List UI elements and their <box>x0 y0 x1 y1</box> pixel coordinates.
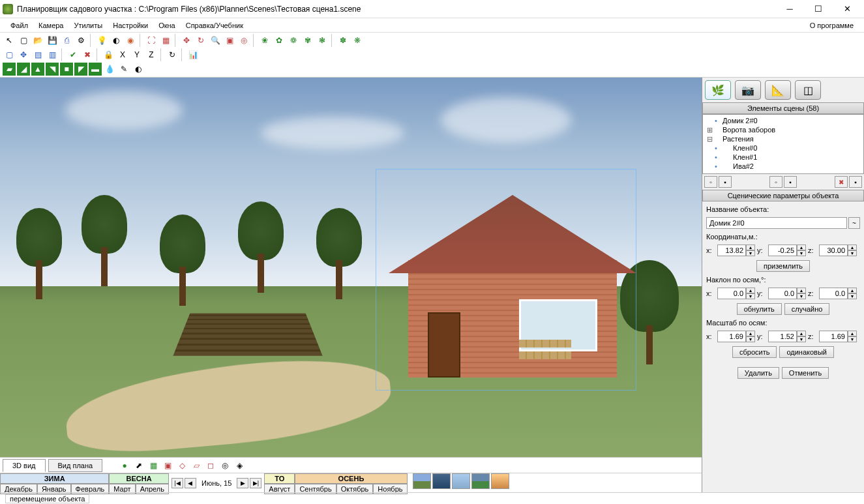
tree-btn-1[interactable]: ▫ <box>704 176 717 188</box>
water-icon[interactable]: 💧 <box>103 63 116 76</box>
tree-btn-2[interactable]: ▪ <box>719 176 732 188</box>
vt-shape2-icon[interactable]: ▱ <box>190 459 203 472</box>
coord-x-up[interactable]: ▲ <box>746 245 755 250</box>
scale-y-input[interactable] <box>768 331 797 342</box>
plant5-icon[interactable]: ❃ <box>316 34 329 47</box>
vt-axes-icon[interactable]: ⬈ <box>132 459 145 472</box>
sky-thumb-2[interactable] <box>432 473 451 489</box>
terrain7-icon[interactable]: ▬ <box>89 63 102 76</box>
menu-settings[interactable]: Настройки <box>108 20 153 31</box>
zoom-extents-icon[interactable]: ⛶ <box>145 34 158 47</box>
target-icon[interactable]: ◎ <box>237 34 250 47</box>
new-icon[interactable]: ▢ <box>17 34 30 47</box>
vt-sphere-icon[interactable]: ● <box>118 459 131 472</box>
tilt-y-input[interactable] <box>768 288 797 299</box>
plant4-icon[interactable]: ✾ <box>301 34 314 47</box>
tilt-y-down[interactable]: ▼ <box>797 293 806 299</box>
axis-z-icon[interactable]: Z <box>145 48 158 61</box>
adjust-icon[interactable]: ◉ <box>124 34 137 47</box>
vt-target-icon[interactable]: ◎ <box>218 459 231 472</box>
coord-z-up[interactable]: ▲ <box>848 245 857 250</box>
season-spring[interactable]: ВЕСНА <box>109 473 169 484</box>
chart-icon[interactable]: 📊 <box>186 48 200 61</box>
axis-x-icon[interactable]: X <box>116 48 129 61</box>
coord-y-input[interactable] <box>768 245 797 256</box>
menu-file[interactable]: Файл <box>5 20 33 31</box>
lightbulb-icon[interactable]: 💡 <box>95 34 108 47</box>
tree-item-house[interactable]: Домик 2#0 <box>704 116 862 125</box>
panel-scene-icon[interactable]: 🌿 <box>705 80 731 100</box>
terrain6-icon[interactable]: ◤ <box>74 63 87 76</box>
date-prev-button[interactable]: ◀ <box>185 478 196 488</box>
zero-button[interactable]: обнулить <box>737 303 782 315</box>
coord-y-down[interactable]: ▼ <box>797 250 806 256</box>
saveas-icon[interactable]: ⎙ <box>60 34 73 47</box>
scale-z-up[interactable]: ▲ <box>848 331 857 336</box>
terrain4-icon[interactable]: ◥ <box>46 63 59 76</box>
season-winter[interactable]: ЗИМА <box>0 473 109 484</box>
open-icon[interactable]: 📂 <box>31 34 44 47</box>
panel-camera-icon[interactable]: 📷 <box>735 80 761 100</box>
delete-button[interactable]: Удалить <box>737 367 779 379</box>
selection-icon[interactable]: ▦ <box>159 34 172 47</box>
coord-z-down[interactable]: ▼ <box>848 250 857 256</box>
tilt-x-up[interactable]: ▲ <box>746 288 755 293</box>
scale-z-down[interactable]: ▼ <box>848 336 857 342</box>
frame-icon[interactable]: ▣ <box>223 34 236 47</box>
panel-cube-icon[interactable]: ◫ <box>795 80 821 100</box>
object-name-input[interactable] <box>706 217 847 229</box>
panel-measure-icon[interactable]: 📐 <box>765 80 791 100</box>
minimize-button[interactable]: ─ <box>775 0 804 18</box>
vt-shape1-icon[interactable]: ◇ <box>175 459 188 472</box>
tilt-x-input[interactable] <box>717 288 746 299</box>
menu-about[interactable]: О программе <box>805 20 859 31</box>
plant2-icon[interactable]: ✿ <box>273 34 286 47</box>
sky-thumb-5[interactable] <box>491 473 509 489</box>
light-toggle-icon[interactable]: ◐ <box>110 34 123 47</box>
back-icon[interactable]: ▥ <box>46 48 59 61</box>
coord-x-input[interactable] <box>717 245 746 256</box>
save-icon[interactable]: 💾 <box>46 34 59 47</box>
zoom-icon[interactable]: 🔍 <box>209 34 222 47</box>
tilt-z-input[interactable] <box>819 288 848 299</box>
tilt-x-down[interactable]: ▼ <box>746 293 755 299</box>
tree-item-maple0[interactable]: Клен#0 <box>704 143 862 153</box>
scale-z-input[interactable] <box>819 331 848 342</box>
coord-z-input[interactable] <box>819 245 848 256</box>
menu-windows[interactable]: Окна <box>153 20 181 31</box>
scale-x-down[interactable]: ▼ <box>746 336 755 342</box>
scene-tree[interactable]: Домик 2#0 Ворота заборов Растения Клен#0… <box>702 114 864 174</box>
scale-y-up[interactable]: ▲ <box>797 331 806 336</box>
tilt-y-up[interactable]: ▲ <box>797 288 806 293</box>
ground-button[interactable]: приземлить <box>756 260 810 272</box>
axis-y-icon[interactable]: Y <box>130 48 143 61</box>
tree-btn-5[interactable]: ▪ <box>849 176 862 188</box>
rotate-icon[interactable]: ↻ <box>194 34 207 47</box>
date-next-button[interactable]: ▶ <box>237 478 248 488</box>
random-button[interactable]: случайно <box>784 303 830 315</box>
terrain1-icon[interactable]: ▰ <box>3 63 16 76</box>
tree-btn-del[interactable]: ✖ <box>835 176 848 188</box>
terrain5-icon[interactable]: ■ <box>60 63 73 76</box>
vt-3d-icon[interactable]: ◈ <box>233 459 246 472</box>
menu-utilities[interactable]: Утилиты <box>69 20 108 31</box>
tilt-z-down[interactable]: ▼ <box>848 293 857 299</box>
reset-scale-button[interactable]: сбросить <box>732 346 777 358</box>
pan-icon[interactable]: ✥ <box>17 48 30 61</box>
3d-viewport[interactable] <box>0 78 702 457</box>
plant1-icon[interactable]: ❀ <box>258 34 271 47</box>
tree-item-gates[interactable]: Ворота заборов <box>704 125 862 134</box>
menu-help[interactable]: Справка/Учебник <box>181 20 248 31</box>
tree-item-willow2[interactable]: Ива#2 <box>704 162 862 171</box>
vt-shape3-icon[interactable]: ◻ <box>204 459 217 472</box>
close-button[interactable]: ✕ <box>833 0 861 18</box>
reload-icon[interactable]: ↻ <box>166 48 179 61</box>
tree-btn-4[interactable]: ▪ <box>784 176 797 188</box>
vt-select-icon[interactable]: ▣ <box>161 459 174 472</box>
move-icon[interactable]: ✥ <box>180 34 193 47</box>
plant7-icon[interactable]: ❋ <box>351 34 364 47</box>
sky-thumb-1[interactable] <box>413 473 431 489</box>
plant6-icon[interactable]: ✽ <box>336 34 350 47</box>
terrain2-icon[interactable]: ◢ <box>17 63 30 76</box>
scale-y-down[interactable]: ▼ <box>797 336 806 342</box>
